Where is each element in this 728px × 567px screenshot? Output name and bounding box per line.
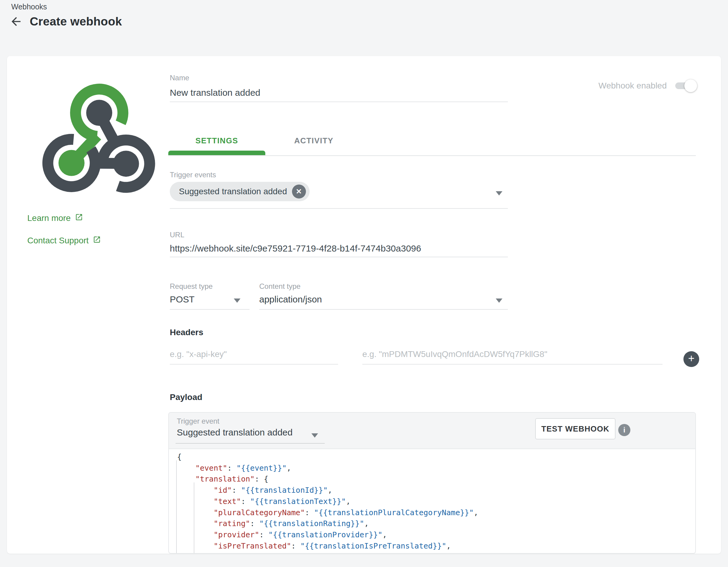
contact-support-label: Contact Support — [27, 236, 89, 246]
payload-box-header: Trigger event Suggested translation adde… — [169, 413, 695, 449]
code-line: "translation": { — [177, 474, 695, 485]
add-header-button[interactable]: + — [683, 351, 699, 367]
chevron-down-icon[interactable] — [496, 191, 502, 196]
tab-divider — [168, 155, 696, 156]
contact-support-link[interactable]: Contact Support — [27, 236, 101, 246]
url-label: URL — [170, 231, 184, 239]
page-title: Create webhook — [30, 15, 122, 28]
chevron-down-icon[interactable] — [496, 298, 502, 303]
url-input[interactable] — [170, 240, 508, 257]
payload-code: { "event": "{{event}}", "translation": {… — [169, 449, 695, 554]
payload-trigger-event-label: Trigger event — [177, 417, 220, 425]
webhook-enabled-label: Webhook enabled — [599, 81, 667, 91]
chevron-down-icon[interactable] — [311, 433, 318, 438]
breadcrumb[interactable]: Webhooks — [11, 2, 47, 11]
create-webhook-card: Learn more Contact Support Name Webhook … — [7, 56, 721, 554]
info-icon[interactable]: i — [618, 424, 630, 436]
header-value-input[interactable] — [362, 344, 663, 364]
name-label: Name — [170, 74, 189, 82]
plus-icon: + — [688, 352, 694, 365]
tab-activity[interactable]: ACTIVITY — [265, 132, 362, 149]
external-link-icon — [75, 213, 83, 223]
code-line: "isPreTranslated": "{{translationIsPreTr… — [177, 541, 695, 552]
test-webhook-button[interactable]: TEST WEBHOOK — [535, 418, 616, 439]
trigger-event-chip: Suggested translation added ✕ — [170, 182, 310, 201]
close-icon[interactable]: ✕ — [292, 185, 306, 199]
code-line: "createdAt": "{{translationCreatedAt}}", — [177, 552, 695, 554]
payload-trigger-event-underline — [176, 443, 325, 444]
payload-code-block[interactable]: { "event": "{{event}}", "translation": {… — [169, 449, 695, 554]
active-tab-indicator — [168, 151, 265, 155]
code-line: "event": "{{event}}", — [177, 463, 695, 474]
payload-box: Trigger event Suggested translation adde… — [168, 412, 696, 554]
trigger-events-label: Trigger events — [170, 171, 216, 179]
code-line: "provider": "{{translationProvider}}", — [177, 529, 695, 541]
code-line: "id": "{{translationId}}", — [177, 485, 695, 496]
payload-trigger-event-select[interactable]: Suggested translation added — [177, 427, 293, 438]
webhook-logo — [34, 77, 165, 199]
webhook-enabled-row: Webhook enabled — [599, 81, 695, 91]
code-line: "rating": "{{translationRating}}", — [177, 518, 695, 529]
toggle-knob — [684, 79, 697, 92]
trigger-events-underline — [170, 208, 508, 209]
header-key-input[interactable] — [170, 344, 338, 364]
code-line: { — [177, 451, 695, 463]
external-link-icon — [93, 236, 101, 246]
code-line: "pluralCategoryName": "{{translationPlur… — [177, 507, 695, 518]
learn-more-label: Learn more — [27, 213, 71, 223]
webhook-enabled-toggle[interactable] — [675, 82, 695, 89]
request-type-label: Request type — [170, 282, 213, 290]
learn-more-link[interactable]: Learn more — [27, 213, 83, 223]
code-line: "text": "{{translationText}}", — [177, 496, 695, 507]
content-type-select[interactable]: application/json — [259, 292, 508, 310]
tab-settings[interactable]: SETTINGS — [168, 132, 265, 149]
chevron-down-icon[interactable] — [234, 298, 240, 303]
name-input[interactable] — [170, 84, 508, 102]
content-type-label: Content type — [259, 282, 300, 290]
back-arrow-icon[interactable] — [9, 15, 23, 29]
payload-heading: Payload — [170, 392, 202, 402]
chip-label: Suggested translation added — [179, 187, 287, 196]
headers-heading: Headers — [170, 327, 203, 337]
title-row: Create webhook — [9, 15, 122, 29]
